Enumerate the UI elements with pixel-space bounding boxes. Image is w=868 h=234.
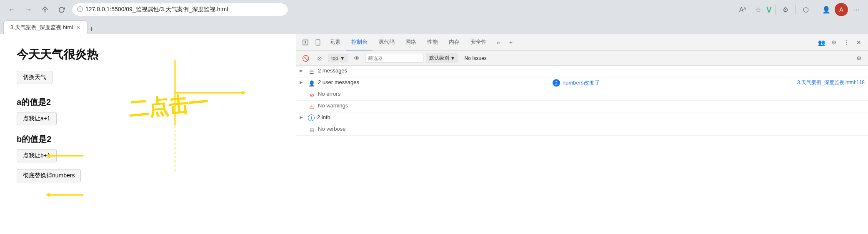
- svg-marker-7: [46, 193, 50, 197]
- star-btn[interactable]: ☆: [751, 3, 765, 16]
- a-increment-button[interactable]: 点我让a+1: [17, 112, 57, 125]
- forward-button[interactable]: →: [22, 3, 35, 16]
- top-label: top: [331, 55, 338, 61]
- devtools-tab-memory[interactable]: 内存: [444, 34, 465, 51]
- console-row-info[interactable]: ▶ i 2 info: [296, 112, 868, 124]
- url-text: 127.0.0.1:5500/09_监视属性/3.天气案例_深度监视.html: [85, 6, 228, 13]
- title-bar: ← → ⓘ 127.0.0.1:5500/09_监视属性/3.天气案例_深度监视…: [0, 0, 868, 19]
- svg-marker-2: [242, 91, 246, 95]
- filter-input[interactable]: [365, 54, 423, 63]
- devtools-inspect-btn[interactable]: [300, 37, 311, 48]
- console-row-no-errors[interactable]: ▶ ⊘ No errors: [296, 89, 868, 101]
- tab-close-icon[interactable]: ✕: [76, 25, 80, 30]
- devtools-eye-btn[interactable]: 👁: [351, 52, 363, 64]
- browser-window: ← → ⓘ 127.0.0.1:5500/09_监视属性/3.天气案例_深度监视…: [0, 0, 868, 234]
- settings-btn[interactable]: ⚙: [779, 3, 792, 16]
- devtools-filter-toolbar: 🚫 ⊘ top ▼ 👁 默认级别 ▼ No Issues ⚙: [296, 51, 868, 66]
- devtools-tab-console[interactable]: 控制台: [346, 34, 373, 51]
- warning-icon: ⚠: [308, 103, 315, 110]
- expand-arrow-info: ▶: [300, 115, 306, 119]
- profile-btn[interactable]: 👤: [820, 3, 833, 16]
- expand-arrow-messages: ▶: [300, 68, 306, 73]
- tab-bar: 3.天气案例_深度监视.html ✕ +: [0, 19, 868, 34]
- devtools-vertical-dots[interactable]: ⋮: [840, 37, 852, 48]
- user-messages-text: 2 user messages: [318, 79, 553, 85]
- new-tab-button[interactable]: +: [89, 25, 94, 34]
- user-message-count: 2: [553, 79, 560, 87]
- font-btn[interactable]: Aᴬ: [736, 3, 750, 16]
- no-warnings-text: No warnings: [318, 102, 865, 109]
- tab-title: 3.天气案例_深度监视.html: [10, 24, 73, 31]
- title-actions: Aᴬ ☆ V ⚙ ⬡ 👤 A ⋯: [736, 3, 863, 16]
- no-errors-text: No errors: [318, 91, 865, 97]
- replace-numbers-button[interactable]: 彻底替换掉numbers: [17, 169, 81, 182]
- main-area: 今天天气很炎热 切换天气 a的值是2 点我让a+1 b的值是2 点我让b+1 彻…: [0, 34, 868, 234]
- address-bar[interactable]: ⓘ 127.0.0.1:5500/09_监视属性/3.天气案例_深度监视.htm…: [72, 3, 288, 16]
- source-link[interactable]: 3.天气案例_深度监视.html:118: [797, 79, 865, 86]
- devtools-panel: 元素 控制台 源代码 网络 性能 内存 安全性: [296, 34, 868, 234]
- devtools-filter-icon[interactable]: ⊘: [314, 52, 325, 64]
- chevron-down-icon-2: ▼: [450, 55, 455, 61]
- console-row-messages[interactable]: ▶ ☰ 2 messages: [296, 66, 868, 77]
- refresh-button[interactable]: [55, 3, 68, 16]
- devtools-tab-source[interactable]: 源代码: [373, 34, 400, 51]
- console-row-no-verbose[interactable]: ▶ ⊞ No verbose: [296, 124, 868, 136]
- level-label: 默认级别: [429, 55, 449, 62]
- b-increment-button[interactable]: 点我让b+1: [17, 149, 57, 162]
- devtools-clear-btn[interactable]: 🚫: [300, 52, 311, 64]
- home-button[interactable]: [38, 3, 52, 16]
- info-icon-dt: i: [308, 115, 315, 121]
- console-row-no-warnings[interactable]: ▶ ⚠ No warnings: [296, 101, 868, 112]
- info-icon: ⓘ: [77, 6, 83, 13]
- devtools-more-tabs-btn[interactable]: »: [493, 37, 504, 48]
- verbose-icon: ⊞: [308, 126, 315, 134]
- back-button[interactable]: ←: [5, 3, 18, 16]
- browser-tab[interactable]: 3.天气案例_深度监视.html ✕: [3, 20, 88, 34]
- console-settings-btn[interactable]: ⚙: [853, 52, 865, 64]
- top-context-selector[interactable]: top ▼: [328, 54, 348, 62]
- devtools-console-content: ▶ ☰ 2 messages ▶ 👤 2 user messages 2 num…: [296, 66, 868, 234]
- info-text: 2 info: [317, 114, 865, 120]
- devtools-close-btn[interactable]: ✕: [853, 37, 865, 48]
- log-level-selector[interactable]: 默认级别 ▼: [426, 53, 459, 63]
- avatar: A: [835, 3, 848, 16]
- messages-icon: ☰: [308, 68, 315, 75]
- console-row-user-messages[interactable]: ▶ 👤 2 user messages 2 numbers改变了 3.天气案例_…: [296, 77, 868, 89]
- page-title: 今天天气很炎热: [17, 47, 279, 62]
- devtools-tab-network[interactable]: 网络: [400, 34, 421, 51]
- devtools-tab-elements[interactable]: 元素: [325, 34, 345, 51]
- vue-icon: V: [766, 5, 772, 15]
- devtools-settings-gear[interactable]: ⚙: [828, 37, 840, 48]
- user-messages-icon: 👤: [308, 80, 315, 87]
- devtools-user-btn[interactable]: 👥: [815, 37, 827, 48]
- a-value-label: a的值是2: [17, 97, 279, 108]
- no-issues-badge: No Issues: [464, 55, 486, 61]
- expand-arrow-user: ▶: [300, 80, 306, 85]
- chevron-down-icon: ▼: [340, 55, 345, 61]
- b-value-label: b的值是2: [17, 134, 279, 145]
- devtools-tab-security[interactable]: 安全性: [465, 34, 492, 51]
- more-btn[interactable]: ⋯: [850, 3, 863, 16]
- devtools-tabs-toolbar: 元素 控制台 源代码 网络 性能 内存 安全性: [296, 34, 868, 51]
- switch-weather-button[interactable]: 切换天气: [17, 71, 53, 84]
- devtools-add-tab-btn[interactable]: +: [505, 37, 517, 48]
- error-icon: ⊘: [308, 91, 315, 99]
- changed-text: numbers改变了: [563, 79, 797, 87]
- messages-text: 2 messages: [318, 67, 865, 74]
- no-verbose-text: No verbose: [318, 126, 865, 132]
- extension-btn[interactable]: ⬡: [799, 3, 813, 16]
- devtools-tab-performance[interactable]: 性能: [422, 34, 443, 51]
- devtools-device-btn[interactable]: [312, 37, 324, 48]
- page-content: 今天天气很炎热 切换天气 a的值是2 点我让a+1 b的值是2 点我让b+1 彻…: [0, 34, 296, 234]
